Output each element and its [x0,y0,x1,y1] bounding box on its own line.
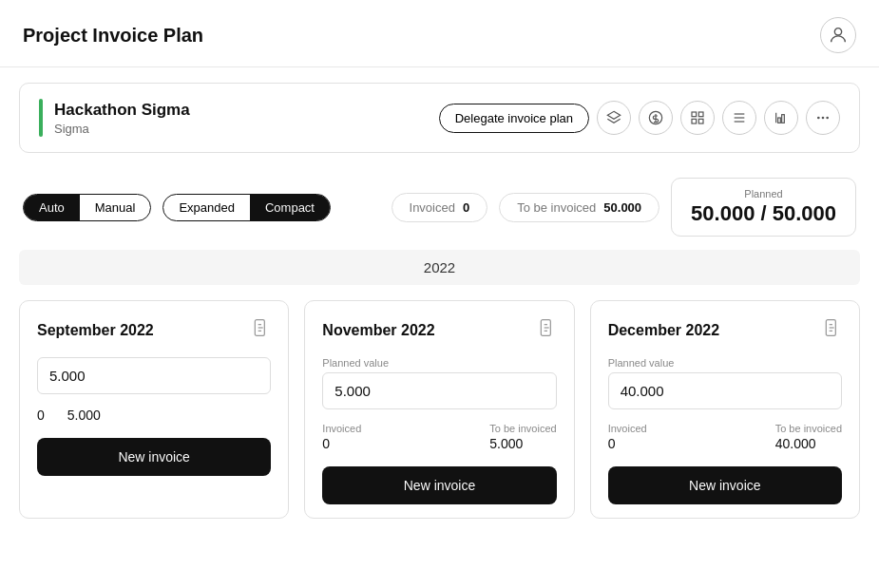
dec-to-be-value: 40.000 [775,436,842,451]
to-be-invoiced-label: To be invoiced [517,200,596,215]
svg-point-15 [822,117,825,120]
nov-planned-label: Planned value [322,357,556,369]
doc-icon-sept [252,318,271,342]
sept-invoiced-item: 0 [37,408,45,423]
project-details: Hackathon Sigma Sigma [54,101,190,136]
project-subtitle: Sigma [54,122,190,136]
manual-toggle-button[interactable]: Manual [80,195,151,220]
auto-toggle-button[interactable]: Auto [24,195,80,220]
nov-planned-input[interactable]: 5.000 [322,372,556,409]
accent-bar [39,99,43,137]
dec-stats: Invoiced 0 To be invoiced 40.000 [608,423,842,451]
sept-amount-input[interactable]: 5.000 [37,357,271,394]
compact-toggle-button[interactable]: Compact [250,195,330,220]
invoiced-stat: Invoiced 0 [392,193,488,222]
dec-planned-label: Planned value [608,357,842,369]
nov-new-invoice-button[interactable]: New invoice [322,466,556,504]
doc-icon-nov [538,318,557,342]
month-card-nov: November 2022 Planned value 5.000 Invoic… [304,300,574,519]
sept-invoiced-value: 0 [37,408,45,423]
month-title-dec: December 2022 [608,322,719,339]
sept-to-be-value: 5.000 [67,408,101,423]
to-be-invoiced-stat: To be invoiced 50.000 [499,193,659,222]
nov-invoiced-item: Invoiced 0 [322,423,361,451]
nov-invoiced-label: Invoiced [322,423,361,434]
dec-planned-value: 40.000 [621,383,664,399]
dec-invoiced-item: Invoiced 0 [608,423,647,451]
svg-rect-4 [692,112,697,117]
nov-to-be-label: To be invoiced [489,423,556,434]
list-icon-button[interactable] [722,101,756,135]
nov-stats: Invoiced 0 To be invoiced 5.000 [322,423,556,451]
month-card-sept: September 2022 5.000 0 5.000 New invoice [19,300,289,519]
doc-icon-dec [823,318,842,342]
project-actions: Delegate invoice plan [439,101,840,135]
dec-to-be-label: To be invoiced [775,423,842,434]
stats-group: Invoiced 0 To be invoiced 50.000 Planned… [392,178,856,237]
month-title-nov: November 2022 [322,322,434,339]
month-card-dec: December 2022 Planned value 40.000 Invoi… [590,300,860,519]
project-name: Hackathon Sigma [54,101,190,120]
cards-grid: September 2022 5.000 0 5.000 New invoice [0,300,879,538]
invoiced-value: 0 [463,200,469,215]
svg-point-16 [826,117,829,120]
sept-amount-value: 5.000 [49,368,86,384]
more-options-button[interactable] [806,101,840,135]
auto-manual-toggle: Auto Manual [23,194,151,221]
expanded-toggle-button[interactable]: Expanded [163,195,250,220]
layers-icon-button[interactable] [597,101,631,135]
planned-label: Planned [691,188,836,199]
planned-box: Planned 50.000 / 50.000 [671,178,856,237]
nov-to-be-item: To be invoiced 5.000 [489,423,556,451]
month-card-header-sept: September 2022 [37,318,271,342]
svg-rect-6 [692,119,697,123]
sept-stats: 0 5.000 [37,408,271,423]
user-avatar[interactable] [820,17,856,53]
sept-new-invoice-button[interactable]: New invoice [37,438,271,476]
dec-to-be-item: To be invoiced 40.000 [775,423,842,451]
dollar-icon-button[interactable] [639,101,673,135]
expanded-compact-toggle: Expanded Compact [162,194,331,221]
month-card-header-dec: December 2022 [608,318,842,342]
sept-to-be-item: 5.000 [67,408,101,423]
dec-invoiced-label: Invoiced [608,423,647,434]
controls-row: Auto Manual Expanded Compact Invoiced 0 … [0,168,879,250]
invoiced-label: Invoiced [410,200,455,215]
dec-invoiced-value: 0 [608,436,647,451]
svg-rect-5 [698,112,703,117]
svg-rect-7 [698,119,703,123]
month-card-header-nov: November 2022 [322,318,556,342]
controls-left: Auto Manual Expanded Compact [23,194,331,221]
svg-rect-13 [782,115,785,123]
nov-planned-value: 5.000 [334,383,371,399]
nov-to-be-value: 5.000 [489,436,556,451]
bar-icon-button[interactable] [764,101,798,135]
planned-value: 50.000 / 50.000 [691,201,836,226]
month-title-sept: September 2022 [37,322,154,339]
nov-invoiced-value: 0 [322,436,361,451]
svg-rect-12 [778,118,781,123]
dec-new-invoice-button[interactable]: New invoice [608,466,842,504]
page-header: Project Invoice Plan [0,0,879,67]
grid-icon-button[interactable] [680,101,715,135]
svg-point-14 [817,117,820,120]
project-card: Hackathon Sigma Sigma Delegate invoice p… [19,83,860,153]
svg-point-0 [834,28,841,35]
to-be-invoiced-value: 50.000 [603,200,641,215]
page-title: Project Invoice Plan [23,25,203,47]
dec-planned-input[interactable]: 40.000 [608,372,842,409]
svg-marker-1 [607,111,620,119]
delegate-invoice-button[interactable]: Delegate invoice plan [439,104,589,133]
project-info: Hackathon Sigma Sigma [39,99,190,137]
year-section: 2022 [19,250,860,285]
